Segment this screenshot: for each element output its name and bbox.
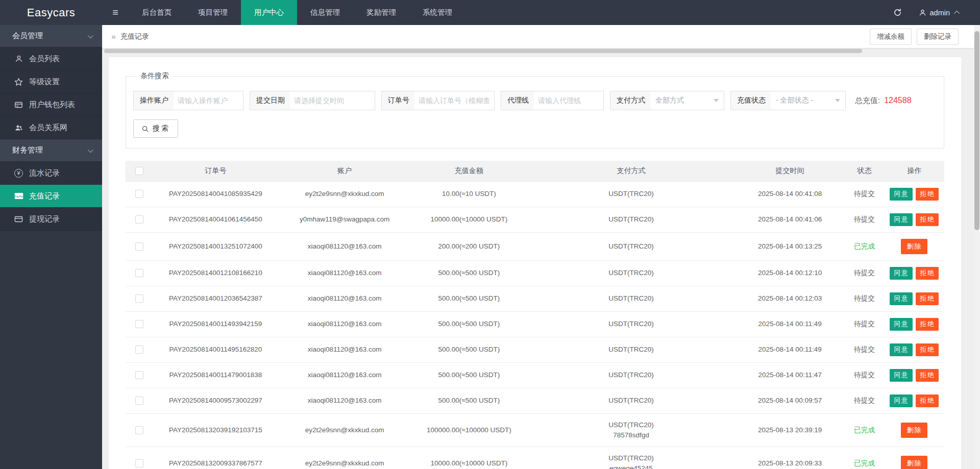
delete-button[interactable]: 删除: [901, 423, 927, 438]
nav-item-2[interactable]: 项目管理: [185, 0, 241, 25]
column-header-充值金额: 充值金额: [411, 161, 527, 181]
delete-button[interactable]: 删除: [901, 239, 927, 254]
pay-method-line: USDT(TRC20): [529, 189, 733, 199]
sidebar-item-等级设置[interactable]: 等级设置: [0, 70, 102, 93]
search-panel: 条件搜索 操作账户提交日期订单号代理线支付方式全部方式充值状态- 全部状态 -总…: [126, 71, 944, 149]
nav-item-5[interactable]: 奖励管理: [353, 0, 409, 25]
row-checkbox[interactable]: [135, 345, 143, 354]
agree-button[interactable]: 同意: [890, 343, 913, 356]
vertical-scrollbar-thumb[interactable]: [974, 31, 979, 230]
card-icon: [14, 215, 23, 223]
select-all-checkbox[interactable]: [135, 167, 143, 175]
reject-button[interactable]: 拒绝: [916, 318, 939, 331]
horizontal-scrollbar[interactable]: [104, 49, 966, 53]
table-row: PAY202508140011495162820xiaoqi081120@163…: [126, 337, 944, 362]
reject-button[interactable]: 拒绝: [916, 343, 939, 356]
status-cell: 待提交: [844, 362, 885, 388]
delete-records-button[interactable]: 删除记录: [917, 29, 959, 45]
agree-button[interactable]: 同意: [890, 318, 913, 331]
reject-button[interactable]: 拒绝: [916, 394, 939, 407]
vertical-scrollbar[interactable]: [974, 25, 980, 469]
sidebar-item-label: 会员列表: [29, 54, 60, 64]
reject-button[interactable]: 拒绝: [916, 267, 939, 280]
column-header-账户: 账户: [278, 161, 411, 181]
total-recharge-value: 124588: [884, 96, 911, 105]
pay-method-select[interactable]: 全部方式: [650, 91, 724, 110]
sidebar-section-2[interactable]: 财务管理: [0, 139, 102, 162]
account-field[interactable]: [174, 91, 243, 110]
row-select-cell: [126, 413, 154, 447]
row-checkbox[interactable]: [135, 459, 143, 467]
row-checkbox[interactable]: [135, 215, 143, 224]
page-actions: 增减余额 删除记录: [870, 29, 971, 45]
pay-method-line: 78578sdfgd: [529, 430, 733, 440]
pay-method-line: USDT(TRC20): [529, 396, 733, 406]
column-header-支付方式: 支付方式: [527, 161, 736, 181]
row-checkbox[interactable]: [135, 397, 143, 405]
agree-button[interactable]: 同意: [890, 394, 913, 407]
reject-button[interactable]: 拒绝: [916, 188, 939, 201]
row-checkbox[interactable]: [135, 190, 143, 198]
reject-button[interactable]: 拒绝: [916, 369, 939, 382]
sidebar-section-1[interactable]: 会员管理: [0, 25, 102, 47]
row-checkbox[interactable]: [135, 294, 143, 303]
delete-button[interactable]: 删除: [901, 456, 927, 469]
sidebar-item-label: 流水记录: [29, 168, 60, 178]
status-badge: 已完成: [854, 242, 875, 250]
actions-cell: 同意拒绝: [885, 337, 944, 362]
nav-item-6[interactable]: 系统管理: [409, 0, 465, 25]
nav-item-3[interactable]: 用户中心: [241, 0, 297, 25]
status-badge: 待提交: [854, 371, 875, 379]
agree-button[interactable]: 同意: [890, 267, 913, 280]
search-button[interactable]: 搜索: [133, 119, 178, 138]
horizontal-scrollbar-thumb[interactable]: [104, 49, 862, 53]
agree-button[interactable]: 同意: [890, 369, 913, 382]
status-cell: 待提交: [844, 181, 885, 207]
actions-cell: 同意拒绝: [885, 311, 944, 337]
pay-method-line: USDT(TRC20): [529, 293, 733, 304]
hamburger-menu-icon[interactable]: ≡: [102, 0, 129, 25]
row-checkbox[interactable]: [135, 269, 143, 277]
sidebar-item-流水记录[interactable]: ¥流水记录: [0, 162, 102, 185]
pay-method-cell: USDT(TRC20): [527, 362, 736, 388]
sidebar-item-充值记录[interactable]: PayPal充值记录: [0, 185, 102, 208]
sidebar-section-title: 财务管理: [12, 145, 43, 155]
row-checkbox[interactable]: [135, 320, 143, 328]
agree-button[interactable]: 同意: [890, 292, 913, 305]
reject-button[interactable]: 拒绝: [916, 213, 939, 226]
table-row: PAY202508140011479001838xiaoqi081120@163…: [126, 362, 944, 388]
agent-line-field-group: 代理线: [501, 91, 604, 110]
user-menu[interactable]: admin: [912, 0, 980, 25]
chevron-up-icon: [954, 10, 960, 16]
reject-button[interactable]: 拒绝: [916, 292, 939, 305]
actions-cell: 同意拒绝: [885, 260, 944, 286]
status-cell: 已完成: [844, 447, 885, 469]
agree-button[interactable]: 同意: [890, 213, 913, 226]
sidebar-item-用户钱包列表[interactable]: 用户钱包列表: [0, 93, 102, 116]
sidebar-item-提现记录[interactable]: 提现记录: [0, 208, 102, 231]
agree-button[interactable]: 同意: [890, 188, 913, 201]
agent-line-field[interactable]: [534, 91, 603, 110]
status-cell: 待提交: [844, 337, 885, 362]
date-field[interactable]: [290, 91, 375, 110]
pay-method-select-label: 支付方式: [610, 91, 650, 110]
sidebar-item-会员列表[interactable]: 会员列表: [0, 47, 102, 70]
status-badge: 待提交: [854, 320, 875, 328]
recharge-status-select[interactable]: - 全部状态 -: [771, 91, 845, 110]
adjust-balance-button[interactable]: 增减余额: [870, 29, 912, 45]
submit-time-cell: 2025-08-14 00:13:25: [736, 232, 844, 260]
row-checkbox[interactable]: [135, 371, 143, 379]
sidebar-item-会员关系网[interactable]: 会员关系网: [0, 116, 102, 139]
users-icon: [14, 124, 23, 132]
table-row: PAY202508140041085935429ey2t2e9snn@xkxku…: [126, 181, 944, 207]
row-checkbox[interactable]: [135, 242, 143, 251]
nav-item-4[interactable]: 信息管理: [297, 0, 353, 25]
status-cell: 待提交: [844, 388, 885, 413]
row-checkbox[interactable]: [135, 426, 143, 434]
nav-item-1[interactable]: 后台首页: [129, 0, 185, 25]
account-cell: ey2t2e9snn@xkxkud.com: [278, 447, 411, 469]
order-no-field[interactable]: [414, 91, 494, 110]
pay-method-cell: USDT(TRC20): [527, 260, 736, 286]
table-row: PAY202508132039192103715ey2t2e9snn@xkxku…: [126, 413, 944, 447]
refresh-icon[interactable]: [884, 0, 912, 25]
